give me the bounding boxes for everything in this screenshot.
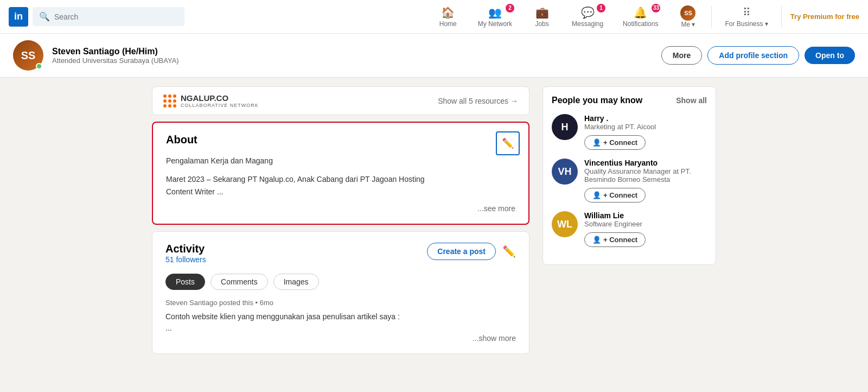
show-resources-link[interactable]: Show all 5 resources → bbox=[438, 97, 518, 105]
pencil-icon: ✏️ bbox=[502, 137, 514, 149]
edit-activity-button[interactable]: ✏️ bbox=[502, 245, 516, 258]
connect-label: + Connect bbox=[603, 191, 637, 199]
profile-avatar: SS bbox=[13, 40, 43, 71]
nav-network-label: My Network bbox=[478, 20, 512, 28]
activity-followers[interactable]: 51 followers bbox=[165, 255, 206, 264]
sidebar-card-header: People you may know Show all bbox=[552, 96, 707, 105]
person-info-william: William Lie Software Engineer 👤 + Connec… bbox=[584, 211, 707, 247]
jobs-icon: 💼 bbox=[535, 6, 549, 19]
about-section: About ✏️ Pengalaman Kerja dan Magang Mar… bbox=[152, 122, 529, 225]
ngalup-dots-icon bbox=[163, 94, 176, 108]
activity-header-left: Activity 51 followers bbox=[165, 243, 206, 271]
notifications-badge: 33 bbox=[652, 4, 660, 12]
activity-tabs: Posts Comments Images bbox=[165, 274, 516, 290]
nav-items: 🏠 Home 👥 2 My Network 💼 Jobs 💬 1 Messagi… bbox=[429, 1, 859, 33]
ngalup-name: NGALUP.CO bbox=[181, 93, 259, 103]
online-indicator bbox=[36, 63, 42, 69]
connect-button-vincentius[interactable]: 👤 + Connect bbox=[584, 188, 646, 203]
connect-icon: 👤 bbox=[592, 236, 601, 244]
nav-me[interactable]: SS Me ▾ bbox=[669, 1, 707, 33]
nav-home-label: Home bbox=[439, 20, 457, 28]
show-more-link[interactable]: ...show more bbox=[165, 334, 516, 343]
grid-icon: ⠿ bbox=[743, 6, 751, 19]
tab-comments[interactable]: Comments bbox=[210, 274, 268, 290]
connect-button-harry[interactable]: 👤 + Connect bbox=[584, 135, 646, 150]
sidebar: People you may know Show all H Harry . M… bbox=[542, 86, 716, 354]
profile-subtitle: Attended Universitas Surabaya (UBAYA) bbox=[52, 56, 653, 65]
avatar: SS bbox=[680, 5, 695, 21]
person-avatar-vincentius: VH bbox=[552, 159, 578, 185]
connect-icon: 👤 bbox=[592, 138, 601, 147]
about-paragraph-2: Maret 2023 – Sekarang PT Ngalup.co, Anak… bbox=[166, 173, 515, 198]
nav-home[interactable]: 🏠 Home bbox=[429, 2, 467, 32]
edit-about-button[interactable]: ✏️ bbox=[496, 131, 520, 155]
profile-info: Steven Santiago (He/Him) Attended Univer… bbox=[52, 47, 653, 65]
ngalup-brand: NGALUP.CO COLLABORATIVE NETWORK bbox=[181, 93, 259, 108]
nav-messaging[interactable]: 💬 1 Messaging bbox=[563, 2, 612, 32]
profile-name: Steven Santiago (He/Him) bbox=[52, 47, 653, 56]
linkedin-logo[interactable]: in bbox=[9, 7, 28, 27]
edit-icon: ✏️ bbox=[502, 245, 516, 257]
page-content: NGALUP.CO COLLABORATIVE NETWORK Show all… bbox=[108, 78, 760, 363]
nav-divider bbox=[711, 6, 712, 28]
people-title: People you may know bbox=[552, 96, 642, 105]
notifications-icon: 🔔 bbox=[634, 6, 647, 19]
main-column: NGALUP.CO COLLABORATIVE NETWORK Show all… bbox=[152, 86, 529, 354]
nav-business[interactable]: ⠿ For Business ▾ bbox=[716, 2, 776, 32]
navbar: in 🔍 🏠 Home 👥 2 My Network 💼 Jobs 💬 1 Me… bbox=[0, 0, 868, 34]
connect-label: + Connect bbox=[603, 236, 637, 244]
nav-network[interactable]: 👥 2 My Network bbox=[469, 2, 521, 32]
more-button[interactable]: More bbox=[661, 46, 702, 65]
search-input[interactable] bbox=[54, 12, 178, 21]
nav-messaging-label: Messaging bbox=[572, 20, 603, 28]
nav-me-label: Me ▾ bbox=[681, 21, 695, 28]
nav-notifications[interactable]: 🔔 33 Notifications bbox=[614, 2, 667, 32]
open-to-button[interactable]: Open to bbox=[805, 47, 855, 64]
add-profile-section-button[interactable]: Add profile section bbox=[707, 46, 799, 65]
nav-jobs-label: Jobs bbox=[535, 20, 548, 28]
person-name: William Lie bbox=[584, 211, 707, 220]
person-avatar-harry: H bbox=[552, 114, 578, 140]
ngalup-logo: NGALUP.CO COLLABORATIVE NETWORK bbox=[163, 93, 259, 108]
nav-notifications-label: Notifications bbox=[623, 20, 658, 28]
about-title: About bbox=[166, 134, 515, 146]
nav-jobs[interactable]: 💼 Jobs bbox=[523, 2, 561, 32]
activity-title: Activity bbox=[165, 243, 206, 255]
person-item: VH Vincentius Haryanto Quality Assurance… bbox=[552, 159, 707, 203]
connect-button-william[interactable]: 👤 + Connect bbox=[584, 232, 646, 247]
person-name: Harry . bbox=[584, 114, 707, 123]
person-title: Marketing at PT. Aicool bbox=[584, 123, 707, 131]
home-icon: 🏠 bbox=[441, 6, 455, 19]
network-icon: 👥 bbox=[488, 6, 502, 19]
tab-posts[interactable]: Posts bbox=[165, 274, 205, 290]
network-badge: 2 bbox=[506, 4, 514, 12]
ngalup-tagline: COLLABORATIVE NETWORK bbox=[181, 103, 259, 108]
about-paragraph-1: Pengalaman Kerja dan Magang bbox=[166, 155, 515, 167]
search-bar[interactable]: 🔍 bbox=[33, 7, 184, 26]
see-more-link[interactable]: ...see more bbox=[166, 204, 515, 213]
messaging-badge: 1 bbox=[597, 4, 605, 12]
profile-header: SS Steven Santiago (He/Him) Attended Uni… bbox=[0, 34, 868, 78]
person-title: Quality Assurance Manager at PT. Besmind… bbox=[584, 167, 707, 184]
tab-images[interactable]: Images bbox=[273, 274, 319, 290]
search-icon: 🔍 bbox=[39, 11, 50, 22]
person-item: H Harry . Marketing at PT. Aicool 👤 + Co… bbox=[552, 114, 707, 150]
connect-icon: 👤 bbox=[592, 191, 601, 199]
person-item: WL William Lie Software Engineer 👤 + Con… bbox=[552, 211, 707, 247]
post-content: Contoh website klien yang menggunakan ja… bbox=[165, 311, 516, 334]
about-body: Pengalaman Kerja dan Magang Maret 2023 –… bbox=[166, 155, 515, 198]
person-info-harry: Harry . Marketing at PT. Aicool 👤 + Conn… bbox=[584, 114, 707, 150]
premium-link[interactable]: Try Premium for free bbox=[790, 12, 859, 21]
ngalup-bar: NGALUP.CO COLLABORATIVE NETWORK Show all… bbox=[152, 86, 529, 115]
activity-actions: Create a post ✏️ bbox=[427, 243, 516, 260]
messaging-icon: 💬 bbox=[581, 6, 595, 19]
person-avatar-william: WL bbox=[552, 211, 578, 237]
create-post-button[interactable]: Create a post bbox=[427, 243, 496, 260]
activity-section: Activity 51 followers Create a post ✏️ P… bbox=[152, 231, 529, 354]
nav-divider2 bbox=[781, 6, 782, 28]
activity-header: Activity 51 followers Create a post ✏️ bbox=[165, 243, 516, 271]
post-meta: Steven Santiago posted this • 6mo bbox=[165, 299, 516, 307]
person-info-vincentius: Vincentius Haryanto Quality Assurance Ma… bbox=[584, 159, 707, 203]
show-all-link[interactable]: Show all bbox=[676, 96, 707, 105]
nav-business-label: For Business ▾ bbox=[725, 20, 768, 28]
